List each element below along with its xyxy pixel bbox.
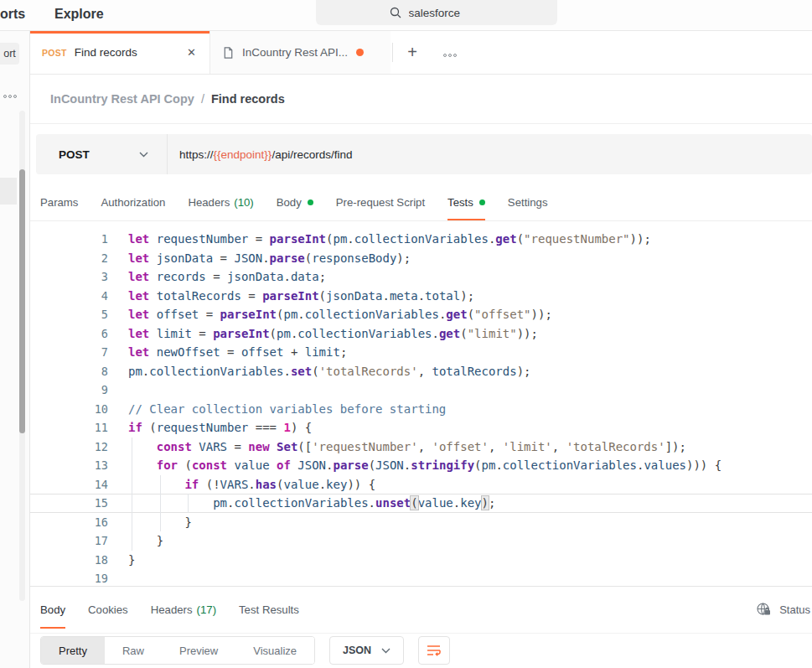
tab-find-records[interactable]: POST Find records ✕ <box>30 31 210 74</box>
response-tab-body[interactable]: Body <box>40 587 65 633</box>
tab-method-badge: POST <box>42 48 67 58</box>
code-line-8[interactable]: 8pm.collectionVariables.set('totalRecord… <box>30 362 812 381</box>
tab-label: Headers <box>188 196 230 209</box>
code-line-1[interactable]: 1let requestNumber = parseInt(pm.collect… <box>30 230 812 249</box>
code-line-3[interactable]: 3let records = jsonData.data; <box>30 267 812 287</box>
code-text: } <box>128 531 812 551</box>
tab-label: Settings <box>508 196 548 209</box>
tab-incountry-rest-api[interactable]: InCountry Rest API... <box>210 31 390 74</box>
code-text: pm.collectionVariables.unset(value.key); <box>128 494 812 513</box>
line-number: 13 <box>30 456 108 475</box>
response-tab-headers[interactable]: Headers(17) <box>151 587 216 633</box>
sidebar-selected-item[interactable] <box>0 178 17 205</box>
sidebar-scrollbar-thumb[interactable] <box>19 169 25 433</box>
code-line-17[interactable]: 17 } <box>30 531 812 551</box>
nav-item-explore[interactable]: Explore <box>54 7 104 22</box>
response-toolbar: PrettyRawPreviewVisualize JSON <box>30 634 812 667</box>
code-line-19[interactable]: 19 <box>30 569 812 587</box>
request-tab-params[interactable]: Params <box>40 184 78 220</box>
request-tab-pre-request-script[interactable]: Pre-request Script <box>336 184 425 220</box>
breadcrumb-current: Find records <box>211 92 285 106</box>
tab-label: Cookies <box>88 603 128 616</box>
line-number: 3 <box>30 267 108 287</box>
code-text: for (const value of JSON.parse(JSON.stri… <box>128 456 812 475</box>
tab-label: Headers <box>151 603 193 616</box>
code-line-13[interactable]: 13 for (const value of JSON.parse(JSON.s… <box>30 456 812 475</box>
code-line-12[interactable]: 12 const VARS = new Set(['requestNumber'… <box>30 438 812 457</box>
tab-count: (17) <box>197 603 216 616</box>
code-line-11[interactable]: 11if (requestNumber === 1) { <box>30 418 812 438</box>
code-text: } <box>128 551 812 570</box>
import-button-truncated[interactable]: ort <box>0 43 19 65</box>
indent-guide <box>132 513 132 532</box>
response-tab-test-results[interactable]: Test Results <box>239 587 299 633</box>
tab-label: Body <box>277 196 302 209</box>
code-line-15[interactable]: 15 pm.collectionVariables.unset(value.ke… <box>30 494 812 513</box>
tests-code-editor[interactable]: 1let requestNumber = parseInt(pm.collect… <box>30 221 812 587</box>
code-text: let totalRecords = parseInt(jsonData.met… <box>128 287 812 306</box>
line-number: 4 <box>30 287 108 306</box>
status-label: Status <box>779 603 810 616</box>
request-tab-tests[interactable]: Tests <box>447 184 485 220</box>
breadcrumb-collection[interactable]: InCountry Rest API Copy <box>50 92 194 106</box>
view-visualize[interactable]: Visualize <box>235 637 314 664</box>
view-pretty[interactable]: Pretty <box>41 637 105 664</box>
code-line-10[interactable]: 10// Clear collection variables before s… <box>30 400 812 419</box>
response-tab-cookies[interactable]: Cookies <box>88 587 128 633</box>
code-text: pm.collectionVariables.set('totalRecords… <box>128 362 812 381</box>
search-input[interactable] <box>409 7 484 19</box>
code-line-18[interactable]: 18} <box>30 551 812 570</box>
code-line-9[interactable]: 9 <box>30 381 812 400</box>
line-number: 8 <box>30 362 108 381</box>
nav-item-reports-truncated[interactable]: orts <box>0 7 25 22</box>
tab-label: Tests <box>447 196 473 209</box>
request-tab-settings[interactable]: Settings <box>508 184 548 220</box>
code-line-5[interactable]: 5let offset = parseInt(pm.collectionVari… <box>30 305 812 324</box>
close-tab-icon[interactable]: ✕ <box>184 44 199 60</box>
tab-label: Authorization <box>101 196 165 209</box>
code-text: let newOffset = offset + limit; <box>128 343 812 362</box>
url-text: /api/records/find <box>272 148 352 161</box>
code-line-14[interactable]: 14 if (!VARS.has(value.key)) { <box>30 475 812 495</box>
indent-guide <box>160 513 161 532</box>
tab-label: Params <box>40 196 78 209</box>
view-preview[interactable]: Preview <box>162 637 235 664</box>
code-text: let requestNumber = parseInt(pm.collecti… <box>128 230 812 249</box>
line-number: 9 <box>30 381 108 400</box>
url-input[interactable]: https://{{endpoint}}/api/records/find <box>167 134 812 174</box>
line-number: 1 <box>30 230 108 249</box>
line-number: 5 <box>30 305 108 324</box>
indent-guide <box>132 438 132 457</box>
request-tabs: ParamsAuthorizationHeaders(10)BodyPre-re… <box>30 184 812 221</box>
response-tabs: BodyCookiesHeaders(17)Test ResultsStatus <box>30 587 812 634</box>
format-selector[interactable]: JSON <box>329 636 404 665</box>
code-line-4[interactable]: 4let totalRecords = parseInt(jsonData.me… <box>30 287 812 306</box>
tab-title: Find records <box>75 46 137 59</box>
sidebar-more-icon[interactable] <box>3 86 18 101</box>
code-line-7[interactable]: 7let newOffset = offset + limit; <box>30 343 812 362</box>
code-text: if (requestNumber === 1) { <box>128 418 812 438</box>
file-icon <box>222 46 235 60</box>
tab-options-icon[interactable] <box>430 31 470 74</box>
line-number: 19 <box>30 569 108 587</box>
globe-lock-icon <box>756 602 772 618</box>
code-line-16[interactable]: 16 } <box>30 513 812 532</box>
method-selector[interactable]: POST <box>36 134 167 174</box>
line-number: 7 <box>30 343 108 362</box>
code-line-2[interactable]: 2let jsonData = JSON.parse(responseBody)… <box>30 249 812 268</box>
request-tab-headers[interactable]: Headers(10) <box>188 184 253 220</box>
request-tab-strip: POST Find records ✕ InCountry Rest API..… <box>30 31 812 75</box>
request-tab-authorization[interactable]: Authorization <box>101 184 165 220</box>
new-tab-button[interactable]: + <box>395 31 430 74</box>
code-text: let jsonData = JSON.parse(responseBody); <box>128 249 812 268</box>
request-tab-body[interactable]: Body <box>277 184 313 220</box>
line-number: 18 <box>30 551 108 570</box>
top-header-bar: orts Explore <box>0 0 812 31</box>
wrap-text-icon <box>427 644 442 657</box>
view-raw[interactable]: Raw <box>105 637 162 664</box>
view-toggle: PrettyRawPreviewVisualize <box>40 636 315 665</box>
wrap-text-button[interactable] <box>418 636 450 665</box>
line-number: 15 <box>30 494 108 513</box>
global-search[interactable] <box>316 0 557 25</box>
code-line-6[interactable]: 6let limit = parseInt(pm.collectionVaria… <box>30 324 812 344</box>
